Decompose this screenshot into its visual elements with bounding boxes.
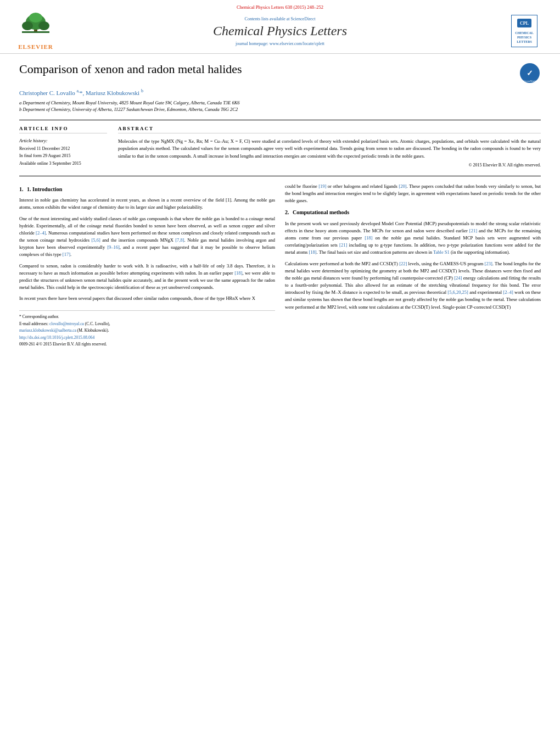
comp-section-number: 2. (285, 209, 289, 215)
authors-line: Christopher C. Lovallo a,*, Mariusz Klob… (19, 88, 541, 96)
elsevier-logo: ELSEVIER (11, 12, 60, 50)
journal-title-block: Contents lists available at ScienceDirec… (60, 16, 500, 46)
issn-line: 0009-261 4/© 2015 Elsevier B.V. All righ… (19, 342, 275, 348)
corresponding-author: * Corresponding author. (19, 314, 275, 320)
author-names: Christopher C. Lovallo a,*, Mariusz Klob… (19, 90, 143, 96)
cpl-logo-icon: CPL (516, 18, 533, 29)
email1-link[interactable]: clovallo@mtroyal.ca (49, 321, 84, 326)
affiliation-b: b Department of Chemistry, University of… (19, 106, 541, 113)
comp-para-2: Calculations were performed at both the … (285, 260, 541, 311)
history-label: Article history: (19, 138, 107, 143)
cite-23: [23] (485, 261, 492, 266)
intro-para-2: One of the most interesting and widely s… (19, 215, 275, 259)
page: Chemical Physics Letters 638 (2015) 248–… (0, 0, 560, 742)
abstract-text: Molecules of the type NgMX (Ng = Xe, Rn;… (118, 138, 541, 160)
article-body: Comparison of xenon and radon metal hali… (0, 54, 560, 357)
abstract-label: ABSTRACT (118, 126, 541, 133)
comp-para-1: In the present work we used previously d… (285, 220, 541, 256)
email2-line: mariusz.klobukowski@ualberta.ca (M. Klob… (19, 328, 275, 334)
cite-18-c: [18] (309, 249, 316, 255)
final-form-date: In final form 29 August 2015 (19, 153, 107, 159)
cite-17: [17] (63, 252, 70, 257)
svg-point-3 (22, 21, 33, 30)
intro-para-3: Compared to xenon, radon is considerably… (19, 263, 275, 292)
doi-link[interactable]: http://dx.doi.org/10.1016/j.cplett.2015.… (19, 335, 94, 340)
svg-rect-0 (22, 31, 49, 33)
footnote-section: * Corresponding author. E-mail addresses… (19, 310, 275, 348)
info-abstract-row: ARTICLE INFO Article history: Received 1… (19, 120, 541, 168)
cite-9-16: [9–16] (107, 244, 120, 250)
cite-21-a: [21] (469, 228, 477, 233)
right-column: could be fluorine [19] or other halogens… (285, 183, 541, 349)
sciencedirect-link[interactable]: ScienceDirect (291, 16, 316, 21)
email-line: E-mail addresses: clovallo@mtroyal.ca (C… (19, 321, 275, 327)
comp-methods-heading: 2. Computational methods (285, 208, 541, 217)
cite-24: [24] (454, 275, 462, 281)
journal-logo-right: CPL CHEMICAL PHYSICS LETTERS (500, 15, 549, 47)
journal-homepage: journal homepage: www.elsevier.com/locat… (66, 41, 494, 46)
cite-2-4-b: [2–4] (503, 289, 513, 295)
copyright: © 2015 Elsevier B.V. All rights reserved… (118, 163, 541, 168)
journal-name: Chemical Physics Letters (66, 24, 494, 38)
email2-link[interactable]: mariusz.klobukowski@ualberta.ca (19, 328, 76, 333)
section-number: 1. (19, 186, 24, 192)
contents-line: Contents lists available at ScienceDirec… (66, 16, 494, 21)
article-info-label: ARTICLE INFO (19, 126, 107, 133)
crossmark-icon: ✓ CrossMark (519, 62, 541, 84)
affiliation-a: a Department of Chemistry, Mount Royal U… (19, 99, 541, 107)
journal-header: Chemical Physics Letters 638 (2015) 248–… (0, 0, 560, 54)
intro-para-4: In recent years there have been several … (19, 295, 275, 302)
cite-20: [20] (399, 183, 406, 189)
elsevier-tree-icon (19, 12, 52, 42)
left-column: 1. 1. Introduction Interest in noble gas… (19, 183, 275, 349)
intro-para-1: Interest in noble gas chemistry has acce… (19, 197, 275, 211)
cite-19: [19] (318, 183, 326, 189)
cite-5-6-20-25: [5,6,20,25] (447, 289, 468, 295)
right-intro-p1: could be fluorine [19] or other halogens… (285, 183, 541, 205)
svg-text:✓: ✓ (527, 69, 533, 77)
svg-text:CrossMark: CrossMark (524, 80, 536, 82)
title-section: Comparison of xenon and radon metal hali… (19, 62, 541, 84)
article-title: Comparison of xenon and radon metal hali… (19, 62, 513, 76)
cite-22: [22] (399, 261, 407, 266)
svg-point-5 (29, 13, 42, 23)
cite-2-4: [2–4] (36, 230, 46, 236)
main-content: 1. 1. Introduction Interest in noble gas… (19, 176, 541, 349)
cite-5-6: [5,6] (92, 237, 100, 243)
cite-table-s1: Table S1 (433, 249, 450, 255)
comp-heading-text: Computational methods (293, 209, 349, 215)
intro-heading: 1. 1. Introduction (19, 185, 275, 194)
cite-21-b: [21] (339, 242, 347, 248)
homepage-url[interactable]: www.elsevier.com/locate/cplett (270, 41, 324, 46)
received-date: Received 11 December 2012 (19, 146, 107, 152)
cite-7-8: [7,8] (175, 237, 184, 243)
available-date: Available online 3 September 2015 (19, 160, 107, 166)
elsevier-label: ELSEVIER (18, 43, 53, 50)
cite-18-b: [18] (365, 235, 372, 241)
article-info: ARTICLE INFO Article history: Received 1… (19, 126, 107, 168)
journal-ref-line: Chemical Physics Letters 638 (2015) 248–… (11, 4, 549, 10)
affiliations: a Department of Chemistry, Mount Royal U… (19, 99, 541, 114)
cpl-logo-box: CPL CHEMICAL PHYSICS LETTERS (511, 15, 537, 47)
journal-reference: Chemical Physics Letters 638 (2015) 248–… (237, 4, 323, 10)
svg-point-4 (38, 21, 49, 30)
svg-text:CPL: CPL (520, 21, 529, 26)
abstract-block: ABSTRACT Molecules of the type NgMX (Ng … (118, 126, 541, 168)
cite-18-a: [18] (234, 270, 242, 276)
doi-line: http://dx.doi.org/10.1016/j.cplett.2015.… (19, 335, 275, 341)
